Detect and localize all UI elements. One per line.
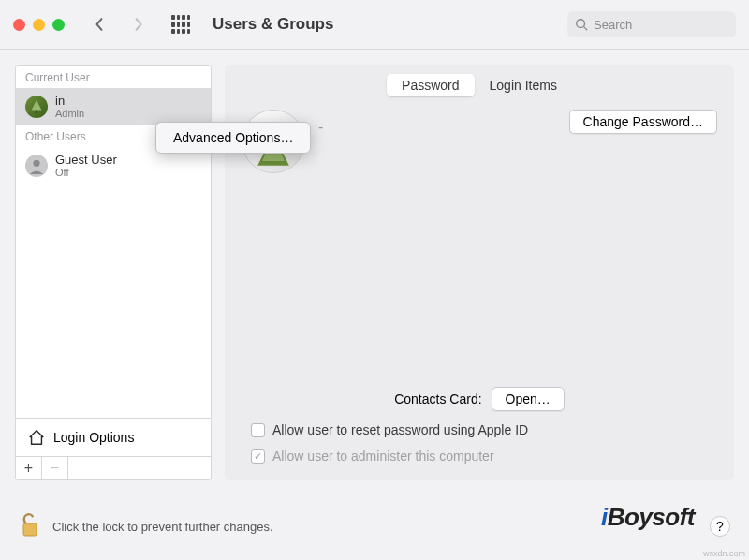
user-role: Off bbox=[55, 167, 117, 178]
zoom-window-button[interactable] bbox=[52, 19, 65, 31]
add-remove-bar: + − bbox=[15, 457, 212, 480]
minimize-window-button[interactable] bbox=[33, 19, 45, 31]
search-placeholder: Search bbox=[594, 18, 632, 32]
content-area: Current User in Admin Other Users Guest … bbox=[0, 50, 749, 480]
search-icon bbox=[575, 18, 588, 31]
allow-reset-label: Allow user to reset password using Apple… bbox=[272, 422, 528, 437]
context-menu-advanced-options[interactable]: Advanced Options… bbox=[156, 126, 310, 149]
tab-bar: Password Login Items bbox=[242, 74, 717, 96]
forward-button[interactable] bbox=[125, 10, 153, 38]
checkbox-icon bbox=[251, 449, 265, 464]
avatar-icon bbox=[25, 96, 48, 118]
remove-user-button[interactable]: − bbox=[42, 457, 68, 479]
svg-line-1 bbox=[584, 27, 588, 31]
footer: Click the lock to prevent further change… bbox=[0, 500, 749, 553]
tab-login-items[interactable]: Login Items bbox=[475, 74, 572, 96]
allow-admin-checkbox-row: Allow user to administer this computer bbox=[242, 449, 717, 464]
brand-i: i bbox=[601, 503, 608, 531]
sidebar-item-current-user[interactable]: in Admin bbox=[16, 88, 211, 125]
login-options-button[interactable]: Login Options bbox=[15, 419, 212, 457]
user-list: Current User in Admin Other Users Guest … bbox=[15, 65, 212, 419]
svg-rect-3 bbox=[36, 110, 37, 113]
svg-rect-7 bbox=[23, 523, 37, 536]
search-input[interactable]: Search bbox=[567, 11, 736, 37]
tab-password[interactable]: Password bbox=[387, 74, 474, 96]
avatar-icon bbox=[25, 155, 48, 177]
watermark: wsxdn.com bbox=[703, 549, 745, 558]
house-icon bbox=[27, 428, 46, 447]
close-window-button[interactable] bbox=[13, 19, 25, 31]
titlebar: Users & Groups Search bbox=[0, 0, 749, 49]
open-contacts-button[interactable]: Open… bbox=[492, 387, 565, 411]
svg-point-0 bbox=[577, 20, 585, 28]
current-user-section-label: Current User bbox=[16, 66, 211, 88]
svg-marker-2 bbox=[32, 99, 42, 110]
allow-reset-checkbox-row[interactable]: Allow user to reset password using Apple… bbox=[242, 422, 717, 437]
window-controls bbox=[13, 19, 65, 31]
contacts-card-label: Contacts Card: bbox=[394, 391, 481, 406]
change-password-button[interactable]: Change Password… bbox=[569, 110, 717, 134]
lock-hint-text: Click the lock to prevent further change… bbox=[52, 520, 273, 534]
user-meta: in Admin bbox=[55, 94, 84, 119]
user-name: Guest User bbox=[55, 153, 117, 167]
lower-options: Contacts Card: Open… Allow user to reset… bbox=[242, 387, 717, 464]
checkbox-icon[interactable] bbox=[251, 423, 265, 437]
brand-logo: iBoysoft bbox=[601, 503, 695, 532]
allow-admin-label: Allow user to administer this computer bbox=[272, 449, 494, 464]
login-options-label: Login Options bbox=[53, 430, 134, 445]
help-button[interactable]: ? bbox=[710, 516, 730, 537]
user-role: Admin bbox=[55, 108, 84, 119]
contacts-card-row: Contacts Card: Open… bbox=[242, 387, 717, 411]
lock-icon[interactable] bbox=[19, 510, 41, 542]
profile-name-placeholder: - bbox=[318, 119, 323, 136]
brand-rest: Boysoft bbox=[608, 503, 695, 531]
add-user-button[interactable]: + bbox=[16, 457, 42, 479]
window-title: Users & Groups bbox=[213, 15, 333, 34]
back-button[interactable] bbox=[85, 10, 113, 38]
context-menu: Advanced Options… bbox=[155, 122, 311, 154]
user-meta: Guest User Off bbox=[55, 153, 117, 178]
profile-row: - Change Password… bbox=[242, 110, 717, 173]
svg-point-4 bbox=[33, 159, 39, 166]
show-all-icon[interactable] bbox=[171, 15, 190, 34]
user-name: in bbox=[55, 94, 84, 108]
